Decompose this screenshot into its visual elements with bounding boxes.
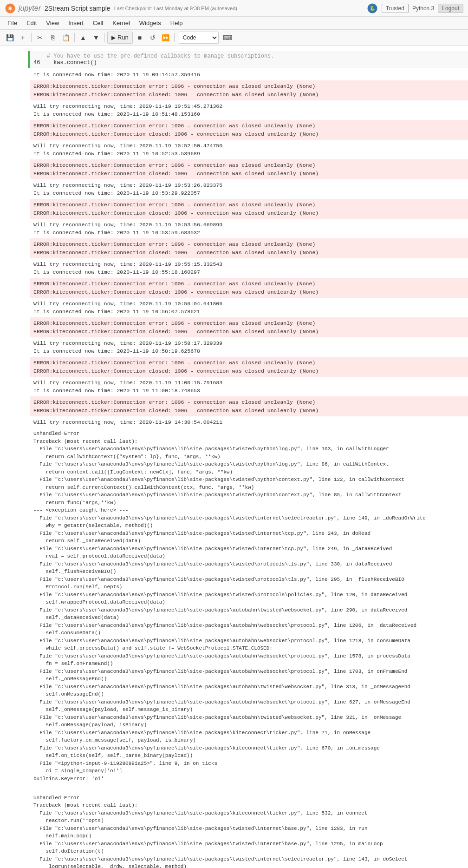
toolbar-separator-4 — [174, 33, 175, 42]
traceback-1: Unhandled Error Traceback (most recent c… — [30, 428, 468, 784]
interrupt-button[interactable]: ■ — [134, 32, 146, 44]
code-cell: # You have to use the pre-defined callba… — [0, 51, 468, 68]
trusted-badge: Trusted — [382, 4, 409, 13]
notebook: # You have to use the pre-defined callba… — [0, 46, 468, 868]
restart-button[interactable]: ↺ — [147, 32, 159, 44]
menu-kernel[interactable]: Kernel — [109, 19, 134, 27]
jupyter-logo: ◉ jupyter — [5, 3, 41, 14]
copy-button[interactable]: ⎘ — [47, 32, 59, 44]
logout-button[interactable]: Logout — [438, 4, 463, 13]
topbar-right: 🐍 Trusted Python 3 Logout — [367, 3, 463, 14]
cut-button[interactable]: ✂ — [34, 32, 46, 44]
output-error-1: ERROR:kiteconnect.ticker:Connection erro… — [30, 80, 468, 100]
python-logo-icon: 🐍 — [367, 3, 378, 14]
cell-number — [0, 51, 28, 68]
output-text-1: It is connected now time: 2020-11-19 09:… — [30, 69, 468, 80]
topbar: ◉ jupyter 2Stream Script sample Last Che… — [0, 0, 468, 17]
output-error-6: ERROR:kiteconnect.ticker:Connection erro… — [30, 278, 468, 298]
menu-help[interactable]: Help — [167, 19, 187, 27]
run-label: Run — [117, 34, 129, 41]
output-error-5: ERROR:kiteconnect.ticker:Connection erro… — [30, 238, 468, 258]
output-cell-1: It is connected now time: 2020-11-19 09:… — [0, 69, 468, 868]
jupyter-text: jupyter — [19, 4, 41, 13]
output-text-3: Will try reconnecting now, time: 2020-11… — [30, 140, 468, 160]
output-error-2: ERROR:kiteconnect.ticker:Connection erro… — [30, 120, 468, 140]
output-error-4: ERROR:kiteconnect.ticker:Connection erro… — [30, 199, 468, 219]
menu-file[interactable]: File — [4, 19, 21, 27]
keyboard-shortcut-icon[interactable]: ⌨ — [221, 32, 234, 44]
output-text-4: Will try reconnecting now, time: 2020-11… — [30, 179, 468, 199]
code-lines: # You have to use the pre-defined callba… — [30, 51, 468, 68]
traceback-2: Unhandled Error Traceback (most recent c… — [30, 784, 468, 868]
run-icon: ▶ — [111, 34, 116, 41]
paste-button[interactable]: 📋 — [60, 32, 72, 44]
menubar: File Edit View Insert Cell Kernel Widget… — [0, 17, 468, 30]
jupyter-logo-icon: ◉ — [5, 3, 16, 14]
menu-view[interactable]: View — [42, 19, 63, 27]
cell-content: # You have to use the pre-defined callba… — [28, 51, 468, 68]
menu-edit[interactable]: Edit — [23, 19, 40, 27]
output-text-2: Will try reconnecting now, time: 2020-11… — [30, 100, 468, 120]
checkpoint-text: Last Checkpoint: Last Monday at 9:38 PM … — [114, 6, 237, 11]
output-error-9: ERROR:kiteconnect.ticker:Connection erro… — [30, 396, 468, 416]
output-error-3: ERROR:kiteconnect.ticker:Connection erro… — [30, 159, 468, 179]
python-version-label: Python 3 — [412, 5, 434, 12]
cell-sidebar-1 — [0, 69, 28, 868]
move-up-button[interactable]: ▲ — [77, 32, 89, 44]
add-cell-button[interactable]: + — [17, 32, 29, 44]
toolbar: 💾 + ✂ ⎘ 📋 ▲ ▼ ▶ Run ■ ↺ ⏩ Code Markdown … — [0, 30, 468, 46]
toolbar-separator-3 — [104, 33, 105, 42]
output-text-9: Will try reconnecting now, time: 2020-11… — [30, 377, 468, 397]
toolbar-separator-1 — [31, 33, 32, 42]
output-text-10: Will try reconnecting now, time: 2020-11… — [30, 416, 468, 428]
cell-type-select[interactable]: Code Markdown Raw — [179, 32, 219, 44]
menu-cell[interactable]: Cell — [89, 19, 107, 27]
output-error-7: ERROR:kiteconnect.ticker:Connection erro… — [30, 317, 468, 337]
svg-text:🐍: 🐍 — [370, 6, 375, 11]
save-button[interactable]: 💾 — [4, 32, 16, 44]
output-text-6: Will try reconnecting now, time: 2020-11… — [30, 258, 468, 278]
run-button[interactable]: ▶ Run — [107, 32, 133, 44]
svg-text:◉: ◉ — [8, 5, 13, 11]
toolbar-separator-2 — [74, 33, 75, 42]
notebook-title: 2Stream Script sample — [45, 5, 110, 12]
output-text-5: Will try reconnecting now, time: 2020-11… — [30, 219, 468, 239]
menu-insert[interactable]: Insert — [65, 19, 87, 27]
output-text-7: Will try reconnecting now, time: 2020-11… — [30, 298, 468, 318]
output-content-1: It is connected now time: 2020-11-19 09:… — [28, 69, 468, 868]
menu-widgets[interactable]: Widgets — [136, 19, 165, 27]
output-text-8: Will try reconnecting now, time: 2020-11… — [30, 337, 468, 357]
move-down-button[interactable]: ▼ — [90, 32, 102, 44]
output-error-8: ERROR:kiteconnect.ticker:Connection erro… — [30, 357, 468, 377]
restart-run-button[interactable]: ⏩ — [160, 32, 172, 44]
